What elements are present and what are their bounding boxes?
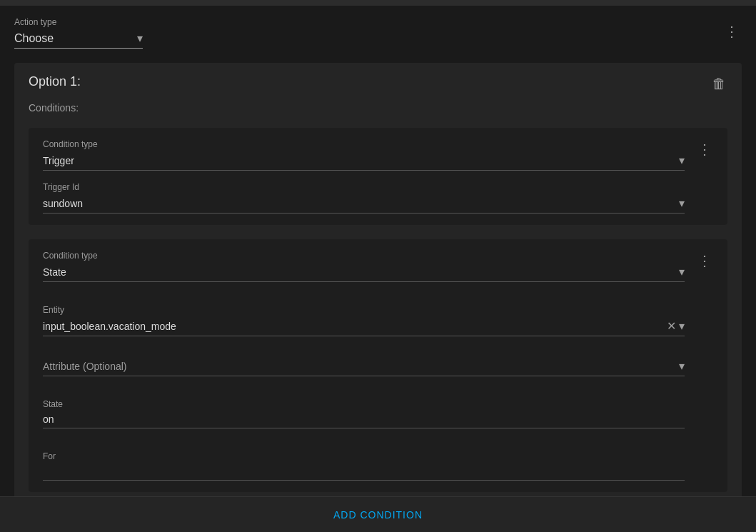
condition-2-for-label: For: [43, 451, 685, 461]
condition-1-type-arrow-icon: ▾: [679, 154, 685, 167]
condition-2-fields: Condition type State ▾ Entity input_bool…: [43, 251, 685, 481]
condition-2-header: Condition type State ▾ Entity input_bool…: [43, 251, 713, 481]
condition-1-trigger-select[interactable]: sundown ▾: [43, 196, 685, 214]
action-type-left: Action type Choose ▾: [14, 17, 143, 49]
conditions-label: Conditions:: [29, 102, 727, 114]
condition-1-fields: Condition type Trigger ▾ Trigger Id sund…: [43, 139, 685, 214]
condition-2-type-row: Condition type State ▾: [43, 251, 685, 282]
condition-2-entity-label: Entity: [43, 305, 685, 315]
action-type-more-icon[interactable]: ⋮: [722, 20, 742, 43]
condition-2-entity-field[interactable]: input_boolean.vacation_mode ✕ ▾: [43, 319, 685, 336]
condition-1-type-row: Condition type Trigger ▾: [43, 139, 685, 171]
condition-2-state-label: State: [43, 399, 685, 409]
condition-1-type-label: Condition type: [43, 139, 685, 149]
option-title: Option 1:: [29, 74, 81, 89]
bottom-bar: ADD CONDITION: [0, 496, 756, 532]
action-type-label: Action type: [14, 17, 143, 27]
condition-2-attribute-value: Attribute (Optional): [43, 361, 676, 372]
condition-2-entity-row: Entity input_boolean.vacation_mode ✕ ▾: [43, 305, 685, 336]
condition-2-attribute-row: Attribute (Optional) ▾: [43, 359, 685, 376]
condition-2-more-icon[interactable]: ⋮: [696, 251, 713, 271]
option-card: Option 1: 🗑 Conditions: Condition type T…: [14, 63, 742, 518]
condition-block-1: Condition type Trigger ▾ Trigger Id sund…: [29, 128, 727, 225]
condition-1-trigger-label: Trigger Id: [43, 182, 685, 192]
condition-1-type-value: Trigger: [43, 155, 676, 166]
condition-2-state-input[interactable]: [43, 413, 685, 428]
action-type-value: Choose: [14, 32, 134, 45]
condition-2-type-arrow-icon: ▾: [679, 265, 685, 278]
condition-2-for-input[interactable]: [43, 466, 685, 481]
condition-block-2: Condition type State ▾ Entity input_bool…: [29, 239, 727, 492]
condition-2-type-label: Condition type: [43, 251, 685, 261]
condition-2-clear-icon[interactable]: ✕: [667, 319, 676, 333]
condition-2-type-value: State: [43, 266, 676, 278]
condition-2-attribute-arrow-icon: ▾: [679, 359, 685, 373]
condition-2-dropdown-icon[interactable]: ▾: [679, 319, 685, 333]
condition-1-header: Condition type Trigger ▾ Trigger Id sund…: [43, 139, 713, 214]
condition-2-content: Condition type State ▾ Entity input_bool…: [43, 251, 685, 481]
condition-2-attribute-select[interactable]: Attribute (Optional) ▾: [43, 359, 685, 376]
option-header: Option 1: 🗑: [29, 74, 727, 94]
condition-1-more-icon[interactable]: ⋮: [696, 139, 713, 159]
condition-1-trigger-row: Trigger Id sundown ▾: [43, 182, 685, 214]
condition-2-type-select[interactable]: State ▾: [43, 265, 685, 282]
condition-2-entity-icons: ✕ ▾: [667, 319, 685, 333]
action-type-arrow-icon: ▾: [137, 31, 143, 45]
delete-icon[interactable]: 🗑: [710, 74, 727, 94]
top-bar: [0, 0, 756, 6]
condition-2-state-row: State: [43, 399, 685, 428]
action-type-section: Action type Choose ▾ ⋮: [14, 17, 742, 49]
condition-1-trigger-value: sundown: [43, 198, 676, 209]
condition-2-entity-value: input_boolean.vacation_mode: [43, 321, 667, 332]
add-condition-button[interactable]: ADD CONDITION: [333, 509, 423, 521]
condition-2-for-row: For: [43, 451, 685, 481]
condition-1-trigger-arrow-icon: ▾: [679, 196, 685, 210]
condition-1-type-select[interactable]: Trigger ▾: [43, 154, 685, 171]
main-container: Action type Choose ▾ ⋮ Option 1: 🗑 Condi…: [0, 6, 756, 529]
action-type-select[interactable]: Choose ▾: [14, 31, 143, 49]
